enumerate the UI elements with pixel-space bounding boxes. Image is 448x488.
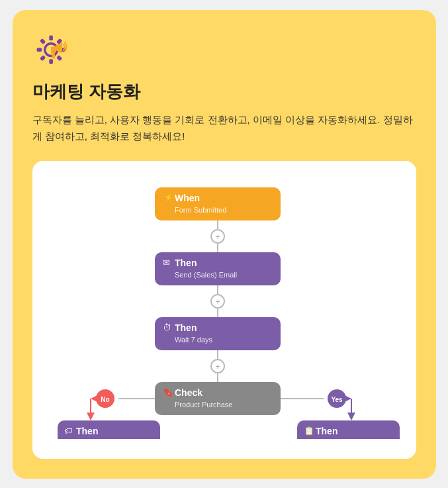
svg-text:📋: 📋 — [304, 425, 315, 436]
svg-text:✉: ✉ — [163, 258, 170, 268]
svg-rect-18 — [58, 420, 160, 439]
flow-svg-wrapper: ⚡ When Form Submitted + ✉ Then Send (Sal… — [46, 181, 403, 439]
svg-rect-4 — [56, 55, 62, 61]
node-offer-discount[interactable]: 🏷 Then Offer Discount — [58, 420, 160, 439]
plus-icon-2: + — [215, 297, 220, 307]
arrow-left — [91, 395, 99, 403]
page-description: 구독자를 늘리고, 사용자 행동을 기회로 전환하고, 이메일 이상을 자동화하… — [32, 111, 416, 145]
node-apply-list[interactable]: 📋 Then Apply List (Customer) — [297, 420, 400, 439]
svg-rect-6 — [39, 55, 45, 61]
node-wait-sublabel: Wait 7 days — [175, 336, 213, 344]
plus-icon-3: + — [215, 362, 220, 371]
flow-diagram: ⚡ When Form Submitted + ✉ Then Send (Sal… — [32, 161, 416, 459]
svg-text:🏷: 🏷 — [64, 426, 73, 436]
node-wait[interactable]: ⏱ Then Wait 7 days — [155, 317, 281, 350]
svg-rect-12 — [155, 252, 281, 285]
node-when-label: When — [175, 193, 200, 203]
svg-rect-16 — [155, 382, 281, 415]
node-email-sublabel: Send (Sales) Email — [175, 271, 237, 279]
marketing-automation-card: 마케팅 자동화 구독자를 늘리고, 사용자 행동을 기회로 전환하고, 이메일 … — [13, 10, 436, 479]
svg-rect-7 — [36, 48, 42, 52]
arrow-right — [343, 395, 351, 403]
svg-text:⚡: ⚡ — [164, 193, 173, 202]
node-when-sublabel: Form Submitted — [175, 206, 226, 214]
gear-megaphone-icon — [32, 31, 72, 71]
flow-svg: ⚡ When Form Submitted + ✉ Then Send (Sal… — [46, 181, 403, 439]
node-discount-label: Then — [76, 426, 98, 436]
node-email-label: Then — [175, 258, 197, 268]
arrow-down-right — [347, 413, 355, 420]
node-check-sublabel: Product Purchase — [175, 401, 232, 409]
no-label: No — [101, 396, 109, 403]
svg-text:🔖: 🔖 — [163, 387, 174, 398]
svg-rect-5 — [49, 59, 53, 64]
svg-rect-14 — [155, 317, 281, 350]
card-icon-area — [32, 31, 416, 73]
node-list-label: Then — [316, 426, 337, 436]
svg-rect-10 — [155, 187, 281, 220]
yes-label: Yes — [331, 396, 343, 403]
page-title: 마케팅 자동화 — [32, 80, 416, 103]
svg-rect-1 — [49, 35, 53, 40]
svg-rect-8 — [39, 38, 45, 44]
node-send-email[interactable]: ✉ Then Send (Sales) Email — [155, 252, 281, 285]
svg-text:⏱: ⏱ — [163, 322, 171, 332]
arrow-down-left — [87, 413, 95, 420]
node-wait-label: Then — [175, 322, 197, 333]
plus-icon-1: + — [215, 232, 220, 242]
node-check[interactable]: 🔖 Check Product Purchase — [155, 382, 281, 415]
node-check-label: Check — [175, 387, 202, 398]
node-when[interactable]: ⚡ When Form Submitted — [155, 187, 281, 220]
